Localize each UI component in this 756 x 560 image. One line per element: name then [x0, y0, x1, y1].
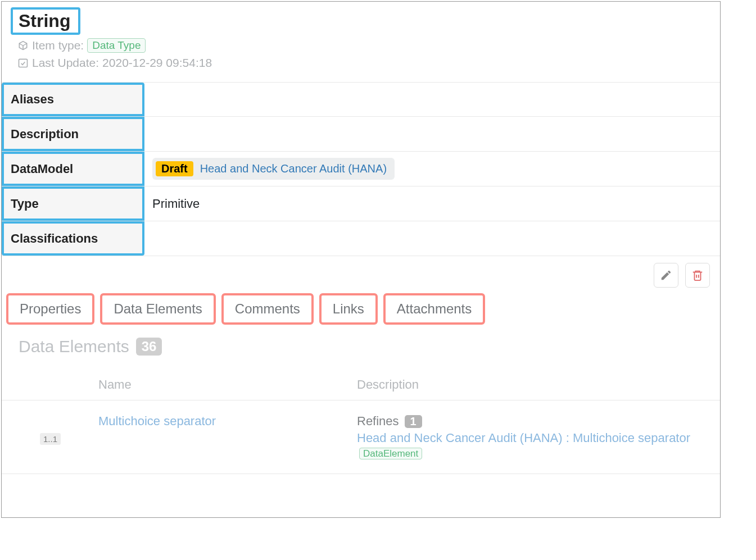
datamodel-chip[interactable]: Draft Head and Neck Cancer Audit (HANA) — [152, 158, 395, 180]
detail-label-classifications: Classifications — [2, 221, 144, 256]
last-update-label: Last Update: — [32, 56, 99, 70]
reference-link[interactable]: Head and Neck Cancer Audit (HANA) : Mult… — [357, 431, 720, 460]
detail-row-description: Description — [2, 117, 720, 152]
last-update-value: 2020-12-29 09:54:18 — [102, 56, 212, 70]
details-block: Aliases Description DataModel Draft Head… — [2, 82, 720, 256]
detail-row-aliases: Aliases — [2, 82, 720, 117]
data-elements-table: Name Description 1..1 Multichoice separa… — [2, 372, 720, 474]
draft-badge: Draft — [156, 161, 193, 176]
detail-value-description — [144, 117, 720, 151]
section-count-badge: 36 — [136, 338, 162, 356]
tab-comments[interactable]: Comments — [221, 293, 314, 325]
detail-row-datamodel: DataModel Draft Head and Neck Cancer Aud… — [2, 152, 720, 186]
column-header-name[interactable]: Name — [90, 377, 349, 392]
calendar-check-icon — [17, 57, 29, 69]
svg-rect-0 — [19, 59, 28, 67]
delete-button[interactable] — [685, 263, 710, 288]
tabs-row: Properties Data Elements Comments Links … — [2, 293, 720, 325]
reference-tag: DataElement — [359, 448, 422, 459]
multiplicity-cell: 1..1 — [2, 414, 90, 445]
datamodel-link[interactable]: Head and Neck Cancer Audit (HANA) — [200, 162, 387, 175]
cube-icon — [17, 40, 29, 51]
page-title: String — [19, 11, 70, 31]
item-type-value[interactable]: Data Type — [87, 38, 146, 53]
row-name-link[interactable]: Multichoice separator — [98, 397, 216, 428]
tab-attachments[interactable]: Attachments — [383, 293, 485, 325]
multiplicity-badge: 1..1 — [40, 433, 61, 445]
last-update-line: Last Update: 2020-12-29 09:54:18 — [10, 53, 712, 70]
table-row: 1..1 Multichoice separator Refines 1 Hea… — [2, 400, 720, 474]
actions-row — [2, 256, 720, 293]
section-title-text: Data Elements — [19, 337, 129, 356]
page-header: String Item type: Data Type Last Update:… — [2, 2, 720, 74]
detail-label-aliases: Aliases — [2, 83, 144, 116]
item-type-label: Item type: — [32, 39, 84, 52]
detail-label-type: Type — [2, 186, 144, 221]
detail-value-type: Primitive — [144, 186, 720, 221]
section-title: Data Elements 36 — [2, 325, 720, 361]
page-frame: String Item type: Data Type Last Update:… — [1, 1, 721, 518]
refines-line: Refines 1 — [357, 414, 720, 429]
column-header-description[interactable]: Description — [349, 377, 720, 392]
name-cell: Multichoice separator — [90, 414, 349, 429]
refines-label: Refines — [357, 414, 399, 429]
detail-value-datamodel: Draft Head and Neck Cancer Audit (HANA) — [144, 152, 720, 186]
edit-button[interactable] — [654, 263, 678, 288]
reference-link-text[interactable]: Head and Neck Cancer Audit (HANA) : Mult… — [357, 431, 690, 445]
detail-label-description: Description — [2, 117, 144, 151]
detail-value-classifications — [144, 221, 720, 256]
detail-value-aliases — [144, 83, 720, 116]
detail-row-type: Type Primitive — [2, 186, 720, 221]
detail-label-datamodel: DataModel — [2, 152, 144, 186]
description-cell: Refines 1 Head and Neck Cancer Audit (HA… — [349, 414, 720, 460]
tab-data-elements[interactable]: Data Elements — [100, 293, 215, 325]
refines-count-badge: 1 — [405, 415, 422, 428]
table-header: Name Description — [2, 372, 720, 400]
tab-links[interactable]: Links — [319, 293, 378, 325]
tab-properties[interactable]: Properties — [6, 293, 94, 325]
item-type-line: Item type: Data Type — [10, 35, 712, 53]
detail-row-classifications: Classifications — [2, 221, 720, 256]
title-highlight-box: String — [11, 7, 80, 35]
